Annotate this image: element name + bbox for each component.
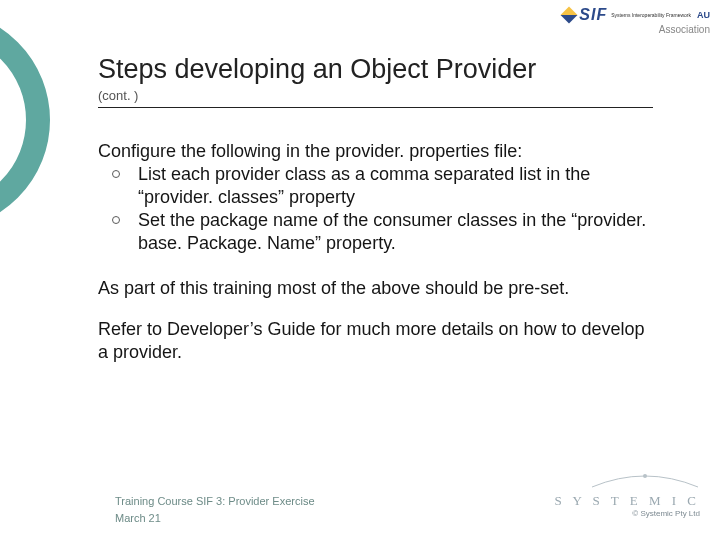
svg-point-0 — [643, 474, 647, 478]
slide-subtitle: (cont. ) — [98, 88, 658, 103]
title-rule — [98, 107, 653, 108]
sif-logo: SIF Systems Interoperability Framework A… — [563, 6, 710, 24]
intro-paragraph: Configure the following in the provider.… — [98, 140, 658, 163]
sif-logo-region: AU — [697, 10, 710, 20]
bullet-list: List each provider class as a comma sepa… — [98, 163, 658, 255]
sif-logo-block: SIF Systems Interoperability Framework A… — [550, 6, 710, 50]
list-item: List each provider class as a comma sepa… — [98, 163, 658, 209]
list-item: Set the package name of the consumer cla… — [98, 209, 658, 255]
sif-logo-text: SIF — [579, 6, 607, 24]
sif-logo-association: Association — [550, 24, 710, 35]
page-number: 7 — [3, 117, 33, 140]
slide-title: Steps developing an Object Provider — [98, 55, 658, 85]
paragraph: As part of this training most of the abo… — [98, 277, 658, 300]
systemic-arc-icon — [590, 471, 700, 489]
sif-diamond-icon — [561, 7, 578, 24]
title-block: Steps developing an Object Provider (con… — [98, 55, 658, 108]
body-content: Configure the following in the provider.… — [98, 140, 658, 382]
systemic-logo: S Y S T E M I C © Systemic Pty Ltd — [554, 471, 700, 518]
sif-logo-tagline: Systems Interoperability Framework — [611, 13, 691, 18]
paragraph: Refer to Developer’s Guide for much more… — [98, 318, 658, 364]
systemic-wordmark: S Y S T E M I C — [554, 493, 700, 509]
copyright-text: © Systemic Pty Ltd — [554, 509, 700, 518]
slide: 7 SIF Systems Interoperability Framework… — [0, 0, 720, 540]
